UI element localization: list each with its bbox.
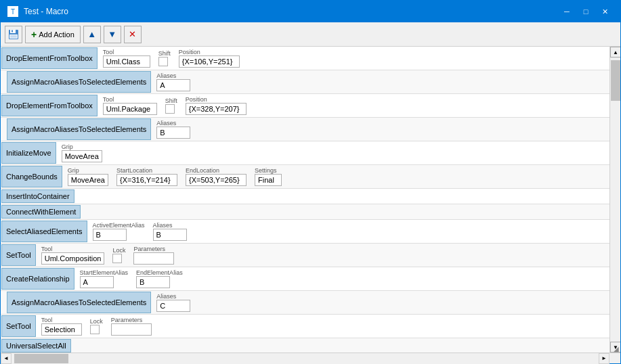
param-position-3: Position {X=328,Y=207}: [186, 96, 247, 115]
svg-rect-4: [10, 35, 17, 38]
action-button-3[interactable]: DropElementFromToolbox: [1, 95, 98, 116]
action-container-3: DropElementFromToolbox Tool Uml.Package …: [1, 94, 609, 118]
action-button-7[interactable]: InsertIntoContainer: [1, 189, 74, 203]
param-tool-13: Tool Selection: [41, 317, 82, 336]
add-action-button[interactable]: + Add Action: [25, 26, 81, 43]
action-container-6: ChangeBounds Grip MoveArea StartLocation…: [1, 165, 609, 189]
scroll-up-button[interactable]: ▲: [610, 47, 620, 58]
action-button-2[interactable]: AssignMacroAliasesToSelectedElements: [7, 71, 151, 93]
param-aliases-2: Aliases A: [156, 72, 190, 91]
action-container-13: SetTool Tool Selection Lock Parameters: [1, 315, 609, 338]
param-end-11: EndElementAlias B: [136, 269, 183, 288]
save-button[interactable]: [5, 26, 22, 43]
window-title: Test - Macro: [24, 7, 68, 16]
content-area: DropElementFromToolbox Tool Uml.Class Sh…: [1, 47, 620, 352]
vertical-scrollbar[interactable]: ▲ ▼: [609, 47, 620, 352]
svg-rect-2: [12, 30, 13, 32]
app-icon: T: [7, 6, 18, 17]
action-button-11[interactable]: CreateRelationship: [1, 268, 74, 290]
action-button-6[interactable]: ChangeBounds: [1, 166, 62, 187]
resize-grip[interactable]: ◢: [612, 344, 620, 352]
action-button-5[interactable]: InitializeMove: [1, 142, 56, 164]
title-bar-controls: ─ □ ✕: [558, 5, 614, 18]
main-window: T Test - Macro ─ □ ✕ + Add Action ▲ ▼ ✕: [0, 0, 621, 364]
delete-button[interactable]: ✕: [124, 26, 142, 43]
scroll-right-button[interactable]: ►: [599, 353, 609, 364]
action-container-5: InitializeMove Grip MoveArea: [1, 141, 609, 165]
action-button-13[interactable]: SetTool: [1, 315, 36, 337]
param-end-6: EndLocation {X=503,Y=265}: [186, 167, 247, 186]
action-button-1[interactable]: DropElementFromToolbox: [1, 47, 98, 69]
action-container-1: DropElementFromToolbox Tool Uml.Class Sh…: [1, 47, 609, 70]
param-start-6: StartLocation {X=316,Y=214}: [116, 167, 177, 186]
maximize-button[interactable]: □: [577, 5, 595, 18]
action-container-4: AssignMacroAliasesToSelectedElements Ali…: [1, 118, 609, 141]
action-container-11: CreateRelationship StartElementAlias A E…: [1, 267, 609, 291]
action-container-9: SelectAliasedElements ActiveElementAlias…: [1, 220, 609, 244]
param-shift-1: Shift: [158, 50, 171, 66]
save-icon: [8, 29, 19, 40]
action-container-2: AssignMacroAliasesToSelectedElements Ali…: [1, 70, 609, 94]
action-container-8: ConnectWithElement: [1, 204, 609, 220]
minimize-button[interactable]: ─: [558, 5, 576, 18]
action-list[interactable]: DropElementFromToolbox Tool Uml.Class Sh…: [1, 47, 609, 352]
title-bar-left: T Test - Macro: [7, 6, 68, 17]
action-container-10: SetTool Tool Uml.Composition Lock Parame…: [1, 244, 609, 267]
title-bar: T Test - Macro ─ □ ✕: [1, 1, 620, 22]
param-aliases-9: Aliases B: [153, 222, 187, 241]
plus-icon: +: [31, 29, 37, 40]
param-tool-3: Tool Uml.Package: [103, 96, 157, 115]
param-grip-5: Grip MoveArea: [62, 143, 102, 162]
scroll-track: [610, 58, 620, 342]
param-tool-10: Tool Uml.Composition: [41, 246, 105, 265]
param-aliases-12: Aliases C: [156, 293, 190, 312]
param-lock-13: Lock: [90, 318, 103, 334]
param-active-alias-9: ActiveElementAlias B: [93, 222, 145, 241]
param-settings-6: Settings Final: [255, 167, 282, 186]
scroll-left-button[interactable]: ◄: [1, 353, 12, 364]
action-button-8[interactable]: ConnectWithElement: [1, 205, 81, 219]
param-params-13: Parameters: [111, 317, 152, 336]
action-button-12[interactable]: AssignMacroAliasesToSelectedElements: [7, 292, 151, 313]
h-scroll-thumb[interactable]: [14, 354, 68, 363]
action-button-9[interactable]: SelectAliasedElements: [1, 221, 87, 242]
action-container-7: InsertIntoContainer: [1, 189, 609, 204]
param-grip-6: Grip MoveArea: [68, 167, 108, 186]
param-params-10: Parameters: [133, 246, 174, 265]
action-button-10[interactable]: SetTool: [1, 244, 36, 266]
toolbar: + Add Action ▲ ▼ ✕: [1, 22, 620, 47]
action-button-14[interactable]: UniversalSelectAll: [1, 339, 71, 352]
move-up-button[interactable]: ▲: [83, 26, 101, 43]
horizontal-scrollbar-area: ◄ ►: [1, 352, 620, 363]
move-down-button[interactable]: ▼: [104, 26, 121, 43]
scroll-thumb[interactable]: [611, 60, 620, 101]
action-container-12: AssignMacroAliasesToSelectedElements Ali…: [1, 291, 609, 315]
param-start-11: StartElementAlias A: [80, 269, 129, 288]
action-button-4[interactable]: AssignMacroAliasesToSelectedElements: [7, 118, 151, 140]
param-position-1: Position {X=106,Y=251}: [179, 49, 240, 68]
param-aliases-4: Aliases B: [156, 120, 190, 139]
action-container-14: UniversalSelectAll: [1, 338, 609, 352]
param-lock-10: Lock: [112, 247, 125, 263]
close-button[interactable]: ✕: [596, 5, 614, 18]
param-tool-1: Tool Uml.Class: [103, 49, 150, 68]
h-scroll-track: [12, 353, 599, 364]
add-action-label: Add Action: [39, 30, 74, 39]
param-shift-3: Shift: [165, 97, 177, 114]
